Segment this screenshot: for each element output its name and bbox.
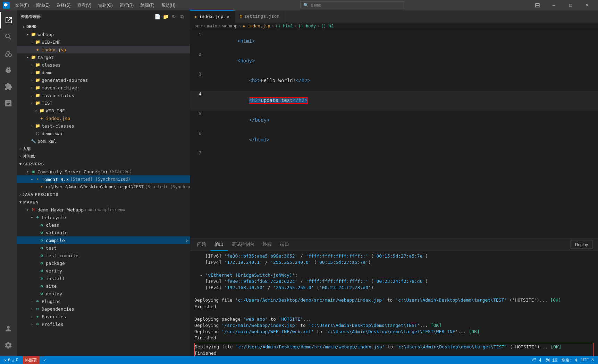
window-layout-buttons: ⊟ ─ □ ✕ <box>529 0 595 10</box>
menu-file[interactable]: 文件(F) <box>12 2 32 9</box>
gear-icon-deploy: ⚙ <box>39 291 44 296</box>
status-check[interactable]: ✓ <box>42 356 47 364</box>
tree-item-demo-folder[interactable]: › 📁 demo <box>17 69 190 76</box>
tree-item-maven-app[interactable]: ▾ M demo Maven Webapp com.example:demo <box>17 206 190 214</box>
activity-account[interactable] <box>0 320 17 337</box>
tree-item-test-lifecycle[interactable]: ⚙ test <box>17 244 190 252</box>
section-maven[interactable]: ▾ MAVEN <box>17 198 190 206</box>
tree-item-compile[interactable]: ⚙ compile ▷ <box>17 236 190 244</box>
code-editor[interactable]: 1 <html> 2 <body> 3 <h2>Hello World!</h2… <box>190 30 598 239</box>
tree-item-tomcat[interactable]: ▾ ⚡ Tomcat 9.x (Started) (Synchronized) <box>17 175 190 183</box>
panel-tab-debug[interactable]: 调试控制台 <box>228 239 259 251</box>
status-encoding[interactable]: UTF-8 <box>580 356 595 364</box>
panel-tab-terminal[interactable]: 终端 <box>259 239 276 251</box>
tree-item-clean[interactable]: ⚙ clean <box>17 221 190 229</box>
minimize-btn[interactable]: ─ <box>546 0 562 10</box>
panel-tab-problems[interactable]: 问题 <box>193 239 210 251</box>
tree-item-plugins[interactable]: › ⊙ Plugins <box>17 297 190 305</box>
tree-item-package[interactable]: ⚙ package <box>17 259 190 267</box>
status-line[interactable]: 行 4 <box>531 356 542 364</box>
bc-index-jsp[interactable]: ◈ index.jsp <box>243 24 270 29</box>
terminal-content[interactable]: [IPv6] 'fe80::bf35:abe5:b99e:3652' / 'ff… <box>190 251 598 356</box>
tree-item-validate[interactable]: ⚙ validate <box>17 229 190 236</box>
deploy-button[interactable]: Deploy <box>571 241 592 249</box>
tree-item-test-folder[interactable]: ▾ 📁 TEST <box>17 99 190 107</box>
status-hot-deploy[interactable]: 热部署 <box>23 356 39 364</box>
refresh-btn[interactable]: ↻ <box>170 13 177 20</box>
section-java-projects[interactable]: › JAVA PROJECTS <box>17 191 190 198</box>
activity-debug[interactable] <box>0 62 17 78</box>
new-file-btn[interactable]: 📄 <box>154 13 161 20</box>
section-servers[interactable]: ▾ SERVERS <box>17 160 190 168</box>
tree-item-profiles[interactable]: › ⊙ Profiles <box>17 320 190 328</box>
tree-item-web-inf-2[interactable]: › 📁 WEB-INF <box>17 107 190 114</box>
tab-close-index-jsp[interactable]: ✕ <box>225 14 231 19</box>
tree-item-pom-xml[interactable]: 🔧 pom.xml <box>17 137 190 145</box>
arrow-tomcat: ▾ <box>29 176 35 182</box>
activity-search[interactable] <box>0 28 17 45</box>
activity-settings[interactable] <box>0 337 17 354</box>
layout-btn[interactable]: ⊟ <box>529 0 545 10</box>
tab-settings-json[interactable]: ⚙ settings.json <box>235 10 284 23</box>
tree-item-verify[interactable]: ⚙ verify <box>17 267 190 275</box>
tree-item-demo-war[interactable]: ⬡ demo.war <box>17 130 190 137</box>
folder-icon-classes: 📁 <box>35 62 40 68</box>
activity-scm[interactable] <box>0 45 17 62</box>
bc-html[interactable]: ⟨⟩ html <box>276 24 293 29</box>
search-bar-container: 🔍 demo <box>181 1 524 9</box>
tree-item-web-inf[interactable]: › 📁 WEB-INF <box>17 38 190 46</box>
arrow-plugins: › <box>29 298 35 304</box>
menu-help[interactable]: 帮助(H) <box>159 2 178 9</box>
tree-item-test-compile[interactable]: ⚙ test-compile <box>17 252 190 259</box>
gear-icon-test-compile: ⚙ <box>39 253 44 258</box>
tree-item-classes[interactable]: › 📁 classes <box>17 61 190 69</box>
status-spaces[interactable]: 空格: 4 <box>560 356 579 364</box>
maximize-btn[interactable]: □ <box>563 0 579 10</box>
section-outline[interactable]: › 大纲 <box>17 145 190 153</box>
tree-item-site[interactable]: ⚙ site <box>17 282 190 290</box>
bc-src[interactable]: src <box>194 24 202 29</box>
menu-select[interactable]: 选择(S) <box>54 2 73 9</box>
tree-item-maven-archiver[interactable]: › 📁 maven-archiver <box>17 84 190 92</box>
activity-explorer[interactable] <box>0 12 17 28</box>
menu-edit[interactable]: 编辑(E) <box>33 2 52 9</box>
activity-extensions[interactable] <box>0 78 17 95</box>
bc-main[interactable]: main <box>207 24 217 29</box>
tree-item-dependencies[interactable]: › ⊙ Dependencies <box>17 305 190 313</box>
tree-item-lifecycle[interactable]: ▾ ⊙ Lifecycle <box>17 214 190 221</box>
tree-item-target[interactable]: ▾ 📁 target <box>17 53 190 61</box>
tree-item-index-jsp-2[interactable]: ◈ index.jsp <box>17 114 190 122</box>
tree-item-demo[interactable]: ▾ DEMO <box>17 23 190 31</box>
section-timeline[interactable]: › 时间线 <box>17 153 190 160</box>
search-input[interactable]: 🔍 demo <box>300 1 404 9</box>
tree-item-deploy[interactable]: ⚙ deploy <box>17 290 190 297</box>
tree-item-tomcat-path[interactable]: ⚡ c:\Users\Admin\Desktop\demo\target\TES… <box>17 183 190 191</box>
close-btn[interactable]: ✕ <box>579 0 595 10</box>
code-line-1: 1 <html> <box>190 32 598 51</box>
compile-run-btn[interactable]: ▷ <box>186 238 188 243</box>
tree-item-test-classes[interactable]: › 📁 test-classes <box>17 122 190 130</box>
tree-item-community-server[interactable]: ▾ ▣ Community Server Connector (Started) <box>17 168 190 175</box>
panel-tab-output[interactable]: 输出 <box>210 239 228 251</box>
menu-view[interactable]: 查看(V) <box>75 2 94 9</box>
tree-item-favorites[interactable]: › ★ Favorites <box>17 313 190 320</box>
tree-item-install[interactable]: ⚙ install <box>17 275 190 282</box>
panel-tab-ports[interactable]: 端口 <box>276 239 293 251</box>
menu-goto[interactable]: 转到(G) <box>95 2 115 9</box>
activity-test[interactable] <box>0 95 17 112</box>
new-folder-btn[interactable]: 📁 <box>162 13 169 20</box>
bc-body[interactable]: ⟨⟩ body <box>298 24 315 29</box>
bc-webapp[interactable]: webapp <box>222 24 237 29</box>
tree-item-maven-status[interactable]: › 📁 maven-status <box>17 92 190 99</box>
status-col[interactable]: 列 16 <box>544 356 559 364</box>
bc-h2[interactable]: ⟨⟩ h2 <box>321 24 334 29</box>
menu-terminal[interactable]: 终端(T) <box>138 2 157 9</box>
status-errors[interactable]: ✕ 0 ⚠ 0 <box>3 356 20 364</box>
menu-run[interactable]: 运行(R) <box>117 2 137 9</box>
collapse-all-btn[interactable]: ⧉ <box>179 13 186 20</box>
tree-item-index-jsp-1[interactable]: ◈ index.jsp <box>17 46 190 53</box>
tab-index-jsp[interactable]: ◈ index.jsp ✕ <box>190 10 235 23</box>
tree-item-generated-sources[interactable]: › 📁 generated-sources <box>17 76 190 84</box>
tree-item-webapp[interactable]: ▾ 📁 webapp <box>17 31 190 38</box>
term-boxed-2: Finished <box>195 350 593 356</box>
